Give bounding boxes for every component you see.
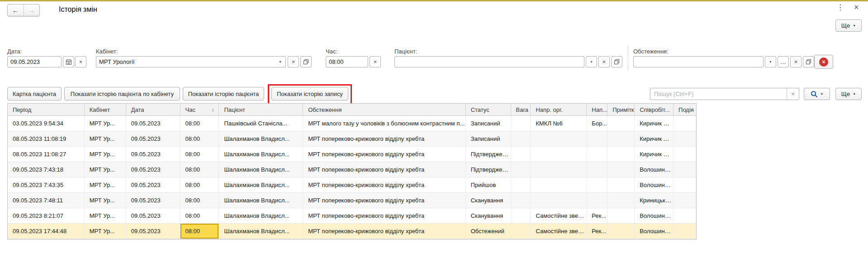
column-header-1[interactable]: Кабінет <box>85 104 126 115</box>
table-cell[interactable]: МРТ попереково-крижового відділу хребта <box>303 131 465 147</box>
table-cell[interactable]: МРТ попереково-крижового відділу хребта <box>303 224 465 239</box>
table-cell[interactable] <box>607 224 635 239</box>
table-cell[interactable]: Записаний <box>466 116 511 131</box>
exam-choose-button[interactable]: … <box>778 56 789 67</box>
forward-button[interactable]: → <box>24 5 40 16</box>
table-cell[interactable]: Шалахманов Владисл... <box>219 193 303 208</box>
table-cell[interactable]: 09.05.2023 17:44:48 <box>8 224 85 239</box>
table-cell[interactable]: Волошина ... <box>635 224 674 239</box>
column-header-0[interactable]: Період <box>8 104 85 115</box>
table-cell[interactable]: 08:00 <box>180 147 219 162</box>
table-cell[interactable]: 08.05.2023 11:08:27 <box>8 147 85 162</box>
table-cell[interactable] <box>511 116 531 131</box>
table-cell[interactable]: МРТ Ур... <box>85 177 126 193</box>
table-cell[interactable]: 08:00 <box>180 162 219 177</box>
table-cell[interactable]: МРТ Ур... <box>85 162 126 177</box>
table-cell[interactable] <box>511 147 531 162</box>
table-cell[interactable]: МРТ попереково-крижового відділу хребта <box>303 162 465 177</box>
table-row[interactable]: 03.05.2023 9:54:34МРТ Ур...09.05.202308:… <box>8 116 696 131</box>
table-row[interactable]: 09.05.2023 7:43:18МРТ Ур...09.05.202308:… <box>8 162 696 177</box>
table-cell[interactable]: Сканування <box>466 208 511 224</box>
table-row[interactable]: 08.05.2023 11:08:27МРТ Ур...09.05.202308… <box>8 147 696 162</box>
action-button-0[interactable]: Картка пацієнта <box>7 87 62 101</box>
table-cell[interactable]: Волошина ... <box>635 177 674 193</box>
column-header-9[interactable]: Нап... <box>587 104 607 115</box>
table-cell[interactable] <box>511 193 531 208</box>
table-cell[interactable] <box>674 162 696 177</box>
column-header-8[interactable]: Напр. орг. <box>531 104 587 115</box>
table-cell[interactable] <box>587 177 607 193</box>
table-cell[interactable] <box>587 162 607 177</box>
column-header-5[interactable]: Обстеження <box>303 104 465 115</box>
kebab-menu-icon[interactable]: ⋮ <box>836 3 844 12</box>
patient-filter-input[interactable] <box>394 56 584 67</box>
patient-clear-button[interactable]: × <box>598 56 610 67</box>
table-cell[interactable] <box>674 208 696 224</box>
table-cell[interactable]: МРТ Ур... <box>85 224 126 239</box>
table-cell[interactable]: МРТ попереково-крижового відділу хребта <box>303 177 465 193</box>
table-cell[interactable] <box>531 162 587 177</box>
table-cell[interactable] <box>587 193 607 208</box>
table-cell[interactable]: 09.05.2023 <box>126 147 180 162</box>
table-cell[interactable]: Прийшов <box>466 177 511 193</box>
table-cell[interactable] <box>511 224 531 239</box>
table-row[interactable]: 09.05.2023 7:43:35МРТ Ур...09.05.202308:… <box>8 177 696 193</box>
table-cell[interactable]: 09.05.2023 <box>126 116 180 131</box>
table-cell[interactable]: Сканування <box>466 193 511 208</box>
table-cell[interactable]: МРТ Ур... <box>85 193 126 208</box>
table-cell[interactable]: 09.05.2023 7:43:18 <box>8 162 85 177</box>
table-cell[interactable] <box>607 147 635 162</box>
table-cell[interactable]: МРТ Ур... <box>85 147 126 162</box>
table-cell[interactable]: 09.05.2023 <box>126 131 180 147</box>
table-cell[interactable]: 09.05.2023 8:21:07 <box>8 208 85 224</box>
table-cell[interactable] <box>674 177 696 193</box>
table-cell[interactable]: Самостійне зверне... <box>531 208 587 224</box>
table-cell[interactable] <box>674 116 696 131</box>
cabinet-clear-button[interactable]: × <box>288 56 299 67</box>
table-row[interactable]: 09.05.2023 8:21:07МРТ Ур...09.05.202308:… <box>8 208 696 224</box>
column-header-12[interactable]: Подія <box>674 104 696 115</box>
exam-dropdown-button[interactable]: ▼ <box>765 56 776 67</box>
table-cell[interactable]: 08:00 <box>180 177 219 193</box>
table-cell[interactable] <box>511 162 531 177</box>
table-cell[interactable]: Рек... <box>587 224 607 239</box>
table-cell[interactable]: Підтверджений <box>466 162 511 177</box>
table-cell[interactable]: Записаний <box>466 131 511 147</box>
action-button-2[interactable]: Показати історію пацієнта <box>183 87 264 101</box>
table-cell[interactable]: МРТ Ур... <box>85 116 126 131</box>
back-button[interactable]: ← <box>8 5 24 16</box>
action-button-3[interactable]: Показати історію запису <box>271 87 348 101</box>
table-row[interactable]: 08.05.2023 11:08:19МРТ Ур...09.05.202308… <box>8 131 696 147</box>
table-cell[interactable] <box>511 131 531 147</box>
table-cell[interactable] <box>674 193 696 208</box>
table-cell[interactable]: Шалахманов Владисл... <box>219 147 303 162</box>
table-cell[interactable]: 09.05.2023 <box>126 177 180 193</box>
search-button[interactable]: ▼ <box>804 88 830 100</box>
table-cell[interactable]: Рек... <box>587 208 607 224</box>
table-cell[interactable] <box>607 177 635 193</box>
date-clear-button[interactable]: × <box>75 56 86 67</box>
table-cell[interactable]: Шалахманов Владисл... <box>219 177 303 193</box>
column-header-2[interactable]: Дата <box>126 104 180 115</box>
search-clear-button[interactable]: × <box>787 88 799 100</box>
table-cell[interactable]: Самостійне зверне... <box>531 224 587 239</box>
column-header-4[interactable]: Пацієнт <box>219 104 303 115</box>
table-cell[interactable]: МРТ попереково-крижового відділу хребта <box>303 147 465 162</box>
table-cell[interactable]: Підтверджений <box>466 147 511 162</box>
table-cell[interactable] <box>587 131 607 147</box>
more-button-list[interactable]: Ще ▼ <box>835 88 862 100</box>
table-cell[interactable] <box>607 162 635 177</box>
table-row[interactable]: 09.05.2023 17:44:48МРТ Ур...09.05.202308… <box>8 224 696 239</box>
table-cell[interactable]: 08:00 <box>180 193 219 208</box>
table-cell[interactable]: Бор... <box>587 116 607 131</box>
table-cell[interactable] <box>511 177 531 193</box>
table-cell[interactable] <box>674 131 696 147</box>
cabinet-filter-input[interactable] <box>96 56 286 67</box>
table-row[interactable]: 09.05.2023 7:48:11МРТ Ур...09.05.202308:… <box>8 193 696 208</box>
table-cell[interactable]: 08:00 <box>180 131 219 147</box>
table-cell[interactable] <box>531 131 587 147</box>
table-cell[interactable] <box>531 147 587 162</box>
time-filter-input[interactable] <box>326 56 368 67</box>
table-cell[interactable] <box>607 193 635 208</box>
table-cell[interactable] <box>531 193 587 208</box>
